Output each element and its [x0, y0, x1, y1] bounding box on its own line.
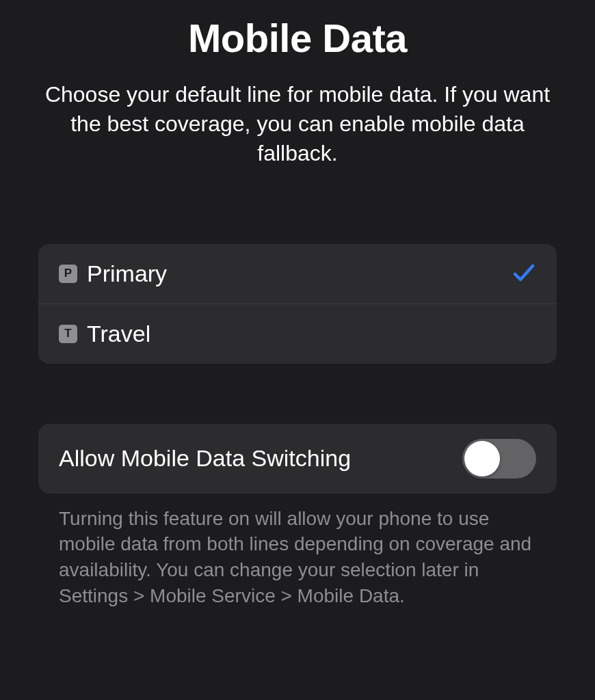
line-badge-icon: P: [59, 265, 77, 283]
toggle-label: Allow Mobile Data Switching: [59, 445, 462, 472]
lines-list: P Primary T Travel: [38, 244, 557, 364]
page-title: Mobile Data: [19, 15, 576, 61]
line-label: Travel: [87, 321, 536, 347]
line-label: Primary: [87, 260, 512, 287]
page-subtitle: Choose your default line for mobile data…: [38, 80, 557, 169]
toggle-knob: [464, 441, 500, 476]
line-row-travel[interactable]: T Travel: [38, 304, 557, 364]
line-row-primary[interactable]: P Primary: [38, 244, 557, 304]
data-switching-row: Allow Mobile Data Switching: [38, 424, 557, 494]
checkmark-icon: [512, 261, 536, 286]
footer-description: Turning this feature on will allow your …: [59, 506, 536, 609]
data-switching-toggle[interactable]: [462, 439, 536, 479]
line-badge-icon: T: [59, 325, 77, 343]
